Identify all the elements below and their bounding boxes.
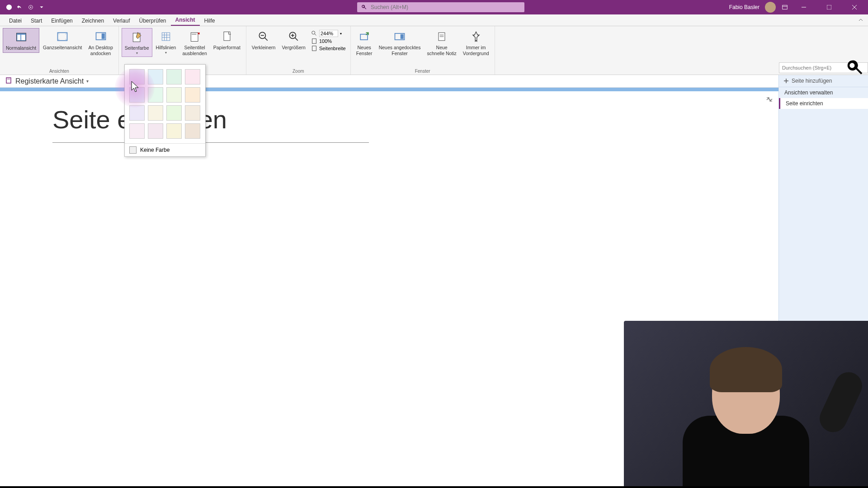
search-box[interactable] [357, 2, 524, 12]
ribbon-group-window: Neues Fenster Neues angedocktes Fenster … [351, 26, 495, 75]
chevron-down-icon[interactable]: ▾ [340, 32, 342, 36]
color-swatch[interactable] [129, 105, 145, 121]
qat-dropdown-icon[interactable] [38, 4, 45, 11]
new-docked-window-icon [392, 29, 407, 44]
search-icon [361, 4, 367, 10]
tab-datei[interactable]: Datei [5, 16, 26, 26]
tab-verlauf[interactable]: Verlauf [108, 16, 134, 26]
svg-rect-9 [17, 35, 20, 40]
user-name[interactable]: Fabio Basler [729, 4, 760, 10]
color-swatch[interactable] [129, 69, 145, 84]
svg-point-30 [312, 31, 315, 34]
webcam-overlay [624, 321, 868, 488]
zoom-in-button[interactable]: Vergrößern [279, 28, 308, 52]
color-swatch[interactable] [166, 105, 182, 121]
search-input[interactable] [371, 4, 521, 10]
quick-note-icon [434, 29, 449, 44]
ribbon-group-views: Normalansicht Ganzseitenansicht An Deskt… [0, 26, 119, 75]
zoom-out-button[interactable]: Verkleinern [249, 28, 278, 52]
quick-note-button[interactable]: Neue schnelle Notiz [424, 28, 459, 57]
page-color-dropdown: Keine Farbe [124, 64, 206, 157]
notebook-label[interactable]: Registerkarte Ansicht [15, 77, 84, 85]
tab-start[interactable]: Start [26, 16, 47, 26]
pin-icon [469, 29, 483, 44]
svg-rect-2 [783, 5, 788, 9]
svg-rect-20 [191, 33, 198, 41]
zoom-pagewidth-button[interactable]: Seitenbreite [311, 45, 346, 52]
expand-icon[interactable] [766, 96, 773, 105]
svg-line-31 [315, 34, 316, 36]
minimize-button[interactable] [794, 0, 814, 14]
back-icon[interactable] [5, 4, 13, 11]
ribbon-display-icon[interactable] [781, 4, 788, 11]
tab-ansicht[interactable]: Ansicht [171, 15, 200, 26]
color-swatch[interactable] [185, 87, 200, 103]
color-swatch[interactable] [166, 69, 182, 84]
color-swatch[interactable] [148, 123, 163, 139]
page-color-button[interactable]: Seitenfarbe ▾ [122, 28, 152, 57]
no-color-option[interactable]: Keine Farbe [125, 143, 205, 156]
rule-lines-icon [159, 29, 173, 44]
svg-rect-40 [6, 78, 11, 83]
new-window-button[interactable]: Neues Fenster [354, 28, 375, 57]
page-list-item[interactable]: Seite einrichten [779, 98, 868, 109]
hide-title-button[interactable]: Seitentitel ausblenden [179, 28, 209, 57]
page-list-item[interactable]: Ansichten verwalten [779, 87, 868, 98]
svg-point-1 [30, 7, 32, 8]
page-icon [311, 38, 317, 44]
undo-icon[interactable] [16, 4, 24, 11]
chevron-down-icon[interactable]: ▾ [86, 79, 89, 84]
color-swatch[interactable] [166, 123, 182, 139]
svg-rect-33 [312, 46, 316, 51]
color-swatch[interactable] [148, 69, 163, 84]
tab-einfuegen[interactable]: Einfügen [47, 16, 77, 26]
collapse-ribbon-button[interactable] [858, 16, 863, 24]
maximize-button[interactable] [819, 0, 839, 14]
color-swatch[interactable] [166, 87, 182, 103]
color-swatch[interactable] [148, 87, 163, 103]
normal-view-button[interactable]: Normalansicht [3, 28, 39, 53]
page-search-box[interactable] [779, 62, 868, 73]
zoom-value-row[interactable]: ▾ [311, 30, 346, 37]
notebook-icon[interactable] [5, 77, 13, 86]
close-button[interactable] [844, 0, 864, 14]
dock-desktop-icon [94, 29, 108, 44]
color-swatch[interactable] [129, 123, 145, 139]
page-search-input[interactable] [782, 65, 844, 70]
color-swatch[interactable] [185, 105, 200, 121]
zoom-out-icon [256, 29, 271, 44]
pagewidth-icon [311, 45, 317, 52]
chevron-down-icon: ▾ [165, 51, 167, 55]
menu-tabs: Datei Start Einfügen Zeichnen Verlauf Üb… [0, 14, 868, 26]
always-on-top-button[interactable]: Immer im Vordergrund [460, 28, 492, 57]
no-color-swatch [129, 146, 137, 154]
chevron-down-icon: ▾ [136, 51, 138, 55]
plus-icon [783, 78, 789, 84]
normal-view-icon [14, 30, 28, 44]
color-swatch[interactable] [129, 87, 145, 103]
svg-rect-10 [21, 35, 25, 40]
new-docked-window-button[interactable]: Neues angedocktes Fenster [376, 28, 424, 57]
tab-zeichnen[interactable]: Zeichnen [77, 16, 108, 26]
tab-hilfe[interactable]: Hilfe [200, 16, 220, 26]
color-swatch[interactable] [185, 69, 200, 84]
paper-size-button[interactable]: Papierformat [211, 28, 243, 52]
tab-ueberpruefen[interactable]: Überprüfen [134, 16, 170, 26]
touch-icon[interactable] [27, 4, 34, 11]
new-window-icon [357, 29, 372, 44]
color-swatch[interactable] [148, 105, 163, 121]
fullpage-view-button[interactable]: Ganzseitenansicht [40, 28, 85, 52]
svg-rect-5 [827, 5, 831, 9]
zoom-100-button[interactable]: 100% [311, 38, 346, 44]
fullpage-view-icon [55, 29, 70, 44]
svg-rect-15 [162, 33, 170, 41]
color-swatch[interactable] [185, 123, 200, 139]
paper-size-icon [220, 29, 234, 44]
avatar[interactable] [765, 2, 776, 13]
zoom-input[interactable] [319, 30, 338, 37]
ribbon-group-zoom: Verkleinern Vergrößern ▾ 100% Seiten [246, 26, 351, 75]
page-color-icon [130, 30, 144, 44]
dock-desktop-button[interactable]: An Desktop andocken [86, 28, 116, 57]
rule-lines-button[interactable]: Hilfslinien ▾ [153, 28, 179, 56]
svg-rect-13 [101, 33, 104, 39]
